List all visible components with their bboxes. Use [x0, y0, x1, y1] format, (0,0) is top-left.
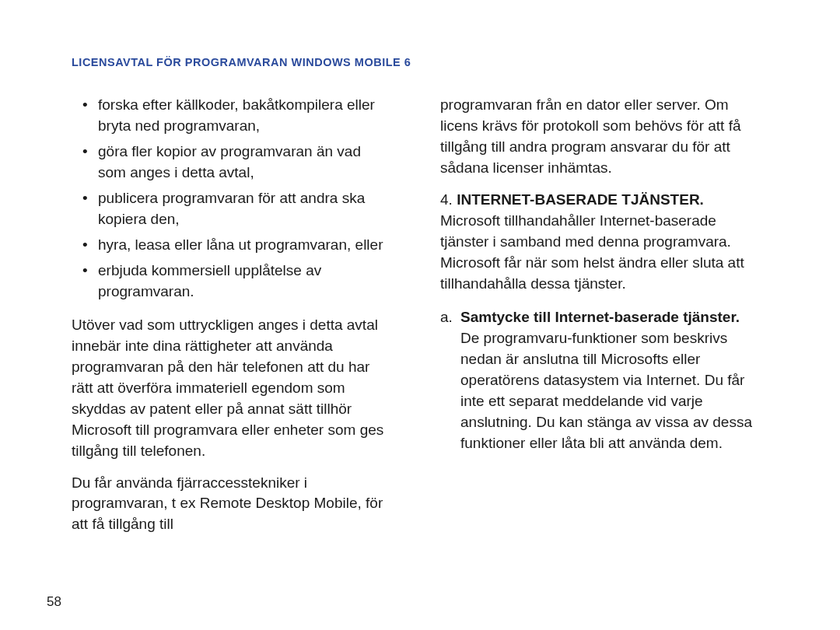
list-item: erbjuda kommersiell upplåtelse av progra…: [72, 261, 390, 303]
list-item: forska efter källkoder, bakåtkompilera e…: [72, 95, 390, 137]
body-paragraph: Utöver vad som uttryckligen anges i dett…: [72, 315, 390, 462]
section-heading: INTERNET-BASERADE TJÄNSTER.: [457, 191, 704, 208]
continuation-paragraph: programvaran från en dator eller server.…: [440, 95, 759, 179]
page-number: 58: [47, 594, 61, 610]
document-page: LICENSAVTAL FÖR PROGRAMVARAN WINDOWS MOB…: [0, 0, 840, 630]
left-column: forska efter källkoder, bakåtkompilera e…: [72, 95, 390, 546]
subsection-a: a. Samtycke till Internet-baserade tjäns…: [440, 307, 759, 454]
section-body: Microsoft tillhandahåller Internet-baser…: [440, 212, 744, 292]
running-head: LICENSAVTAL FÖR PROGRAMVARAN WINDOWS MOB…: [72, 56, 768, 68]
subsection-label: a.: [440, 307, 453, 328]
list-item: göra fler kopior av programvaran än vad …: [72, 142, 390, 184]
section-4: 4. INTERNET-BASERADE TJÄNSTER. Microsoft…: [440, 190, 759, 295]
two-column-layout: forska efter källkoder, bakåtkompilera e…: [72, 95, 768, 546]
body-paragraph: Du får använda fjärraccesstekniker i pro…: [72, 473, 390, 536]
restrictions-list: forska efter källkoder, bakåtkompilera e…: [72, 95, 390, 303]
section-number: 4.: [440, 191, 453, 208]
list-item: publicera programvaran för att andra ska…: [72, 188, 390, 230]
subsection-body: De programvaru-funktioner som beskrivs n…: [460, 330, 752, 451]
right-column: programvaran från en dator eller server.…: [440, 95, 759, 546]
subsection-heading: Samtycke till Internet-baserade tjänster…: [460, 309, 740, 325]
list-item: hyra, leasa eller låna ut programvaran, …: [72, 235, 390, 256]
